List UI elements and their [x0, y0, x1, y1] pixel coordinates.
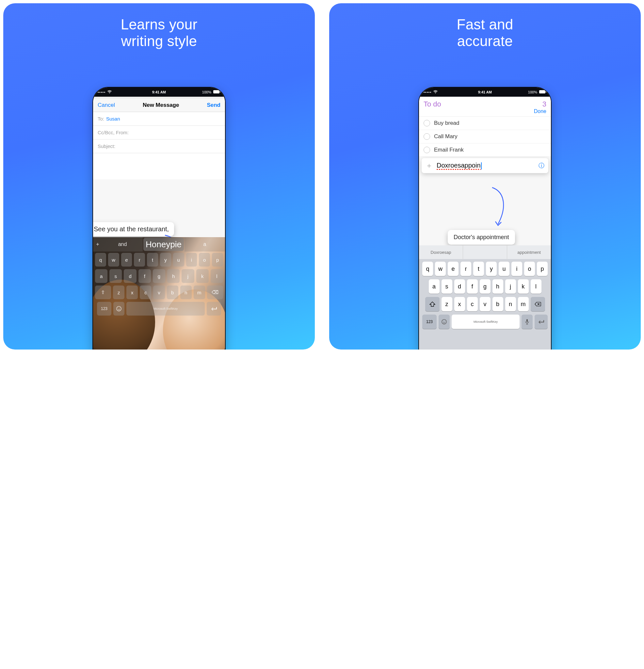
suggestion-mid[interactable] [463, 245, 507, 259]
checkbox-icon[interactable] [424, 133, 430, 140]
key-w[interactable]: w [108, 253, 119, 267]
key-f[interactable]: f [467, 279, 478, 294]
mic-key[interactable] [521, 315, 533, 329]
mail-subject-row[interactable]: Subject: [93, 140, 225, 153]
key-i[interactable]: i [511, 262, 522, 276]
key-z[interactable]: z [442, 297, 452, 311]
key-s[interactable]: s [442, 279, 452, 294]
key-a[interactable]: a [429, 279, 440, 294]
emoji-key[interactable] [439, 315, 450, 329]
send-button[interactable]: Send [207, 102, 220, 109]
battery-icon [539, 90, 546, 94]
mail-cc-row[interactable]: Cc/Bcc, From: [93, 126, 225, 140]
key-q[interactable]: q [422, 262, 433, 276]
todo-item[interactable]: Buy bread [419, 117, 551, 130]
cancel-button[interactable]: Cancel [98, 102, 115, 109]
nav-title: New Message [143, 102, 179, 109]
suggestion-left[interactable]: Doxroesap [419, 245, 463, 259]
key-s[interactable]: s [110, 269, 122, 283]
key-u[interactable]: u [499, 262, 510, 276]
key-w[interactable]: w [435, 262, 446, 276]
key-x[interactable]: x [454, 297, 465, 311]
key-x[interactable]: x [126, 285, 138, 299]
key-l[interactable]: l [211, 269, 223, 283]
numbers-key[interactable]: 123 [422, 315, 437, 329]
mail-to-row[interactable]: To: Susan [93, 112, 225, 126]
key-a[interactable]: a [95, 269, 108, 283]
key-y[interactable]: y [486, 262, 497, 276]
key-u[interactable]: u [173, 253, 184, 267]
shift-key[interactable] [425, 297, 440, 311]
cc-label: Cc/Bcc, From: [98, 130, 129, 135]
key-p[interactable]: p [212, 253, 223, 267]
correction-bubble: Doctor's appointment [448, 230, 515, 245]
plus-icon: ＋ [426, 161, 433, 171]
numbers-key[interactable]: 123 [97, 302, 111, 315]
todo-new-input[interactable]: ＋ Doxroesappoin ⓘ [421, 158, 548, 173]
emoji-key[interactable] [113, 302, 125, 315]
text-caret [481, 162, 482, 170]
key-v[interactable]: v [153, 285, 164, 299]
done-button[interactable]: Done [534, 109, 546, 114]
key-c[interactable]: c [140, 285, 151, 299]
key-v[interactable]: v [480, 297, 490, 311]
key-o[interactable]: o [524, 262, 535, 276]
key-i[interactable]: i [186, 253, 197, 267]
key-y[interactable]: y [160, 253, 171, 267]
return-key[interactable] [207, 302, 221, 315]
key-n[interactable]: n [180, 285, 192, 299]
backspace-key[interactable]: ⌫ [207, 285, 223, 299]
key-z[interactable]: z [113, 285, 125, 299]
checkbox-icon[interactable] [424, 147, 430, 153]
info-icon[interactable]: ⓘ [539, 162, 544, 170]
key-t[interactable]: t [147, 253, 158, 267]
status-bar: ••••• 9:41 AM 100% [419, 87, 551, 97]
checkbox-icon[interactable] [424, 120, 430, 126]
to-label: To: [98, 116, 104, 122]
key-m[interactable]: m [518, 297, 529, 311]
svg-rect-5 [539, 90, 545, 94]
key-j[interactable]: j [505, 279, 516, 294]
key-o[interactable]: o [199, 253, 210, 267]
key-r[interactable]: r [134, 253, 145, 267]
mail-body[interactable] [93, 153, 225, 179]
key-j[interactable]: j [182, 269, 194, 283]
svg-point-7 [442, 319, 446, 324]
svg-point-4 [119, 308, 120, 308]
shift-key[interactable]: ⇧ [95, 285, 111, 299]
key-g[interactable]: g [480, 279, 490, 294]
title-line1: Learns your [121, 16, 198, 32]
svg-rect-0 [213, 90, 219, 94]
key-m[interactable]: m [194, 285, 205, 299]
key-c[interactable]: c [467, 297, 478, 311]
key-k[interactable]: k [518, 279, 529, 294]
spacebar-key[interactable]: Microsoft SwiftKey [452, 315, 519, 329]
key-b[interactable]: b [492, 297, 503, 311]
key-d[interactable]: d [124, 269, 136, 283]
svg-rect-1 [220, 91, 220, 92]
typed-text: Doxroesappoin [437, 162, 481, 169]
suggestion-right[interactable]: appointment [507, 245, 551, 259]
key-h[interactable]: h [167, 269, 180, 283]
key-e[interactable]: e [448, 262, 458, 276]
key-q[interactable]: q [95, 253, 106, 267]
key-e[interactable]: e [121, 253, 132, 267]
keyboard-ios: Doxroesap appointment qwertyuiop asdfghj… [419, 245, 551, 350]
key-f[interactable]: f [139, 269, 151, 283]
key-k[interactable]: k [196, 269, 209, 283]
key-h[interactable]: h [492, 279, 503, 294]
key-b[interactable]: b [167, 285, 178, 299]
key-n[interactable]: n [505, 297, 516, 311]
spacebar-key[interactable]: Microsoft SwiftKey [126, 302, 205, 315]
todo-item[interactable]: Call Mary [419, 130, 551, 143]
key-t[interactable]: t [473, 262, 484, 276]
key-row-3: ⇧ zxcvbnm⌫ [95, 285, 223, 299]
key-l[interactable]: l [531, 279, 542, 294]
key-p[interactable]: p [537, 262, 548, 276]
key-g[interactable]: g [153, 269, 165, 283]
return-key[interactable] [534, 315, 548, 329]
backspace-key[interactable] [531, 297, 545, 311]
key-r[interactable]: r [460, 262, 471, 276]
todo-item[interactable]: Email Frank [419, 143, 551, 157]
key-d[interactable]: d [454, 279, 465, 294]
